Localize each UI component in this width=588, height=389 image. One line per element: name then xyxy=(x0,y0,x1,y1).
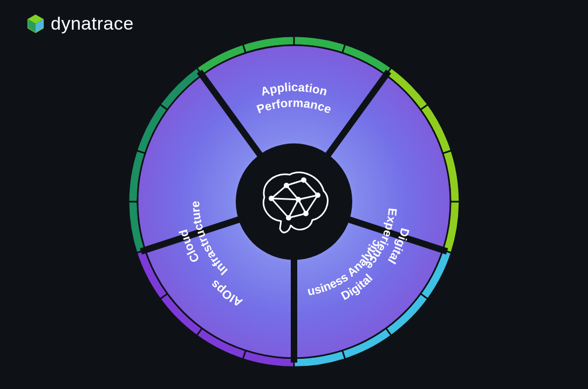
svg-point-46 xyxy=(315,192,320,197)
svg-point-44 xyxy=(284,182,289,188)
svg-point-45 xyxy=(301,177,306,182)
center-hub xyxy=(236,143,352,260)
svg-point-48 xyxy=(286,215,291,220)
svg-point-47 xyxy=(303,210,309,216)
brand-cube-icon xyxy=(26,14,45,33)
svg-point-43 xyxy=(269,195,274,201)
capability-wheel: Application Performance Digital Experien… xyxy=(121,29,467,374)
brand-logo: dynatrace xyxy=(26,13,134,34)
svg-line-42 xyxy=(271,198,298,199)
svg-point-49 xyxy=(296,196,301,202)
